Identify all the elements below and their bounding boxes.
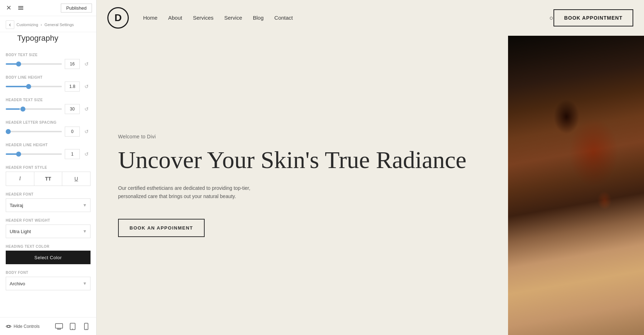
breadcrumb: Customizing › General Settings	[16, 23, 74, 27]
body-line-height-slider[interactable]	[6, 86, 62, 87]
eye-icon	[6, 324, 11, 329]
header-font-weight-select[interactable]: Ultra Light Light Regular Bold	[6, 225, 91, 238]
hero-image-inner	[508, 36, 644, 335]
body-text-size-slider[interactable]	[6, 63, 62, 65]
nav-about[interactable]: About	[168, 15, 182, 21]
nav-contact[interactable]: Contact	[274, 15, 293, 21]
header-text-size-row: HEADER TEXT SIZE 30 ↺	[6, 98, 91, 114]
header-letter-spacing-value: 0	[65, 127, 80, 137]
font-style-buttons: I TT U	[6, 172, 91, 186]
desktop-icon[interactable]	[55, 322, 63, 331]
header-letter-spacing-label: HEADER LETTER SPACING	[6, 120, 91, 124]
header-font-style-row: HEADER FONT STYLE I TT U	[6, 166, 91, 186]
site-logo: D	[107, 7, 129, 29]
italic-button[interactable]: I	[6, 172, 34, 186]
close-icon[interactable]: ✕	[4, 4, 13, 12]
header-font-style-label: HEADER FONT STYLE	[6, 166, 91, 169]
heading-text-color-label: HEADING TEXT COLOR	[6, 245, 91, 248]
header-font-label: HEADER FONT	[6, 192, 91, 196]
header-line-height-slider[interactable]	[6, 153, 62, 155]
sort-icon[interactable]	[16, 4, 26, 12]
header-text-size-value: 30	[65, 104, 80, 114]
hero-title: Uncover Your Skin's True Radiance	[118, 147, 487, 173]
body-font-label: BODY FONT	[6, 271, 91, 275]
hero-image	[508, 36, 644, 335]
header-letter-spacing-slider[interactable]	[6, 131, 62, 132]
hero-cta-button[interactable]: BOOK AN APPOINMENT	[118, 219, 205, 237]
book-appointment-button[interactable]: BOOK APPOINTMENT	[553, 9, 633, 26]
hero-description: Our certified estheticians are dedicated…	[118, 184, 254, 201]
nav-services[interactable]: Services	[193, 15, 214, 21]
header-font-weight-dropdown: Ultra Light Light Regular Bold ▼	[6, 225, 91, 238]
hero-content: Welcome to Divi Uncover Your Skin's True…	[97, 36, 508, 335]
body-line-height-label: BODY LINE HEIGHT	[6, 75, 91, 79]
tablet-icon[interactable]	[68, 322, 77, 331]
svg-point-9	[72, 329, 73, 329]
nav-links: Home About Services Service Blog Contact	[143, 15, 546, 21]
body-line-height-value: 1.8	[65, 82, 80, 92]
header-text-size-slider[interactable]	[6, 108, 62, 110]
page-title: Typography	[17, 34, 91, 43]
header-font-select[interactable]: Taviraj Georgia Times New Roman Playfair…	[6, 198, 91, 212]
header-line-height-reset[interactable]: ↺	[83, 150, 91, 158]
svg-rect-4	[55, 324, 63, 328]
left-panel: ✕ Published ‹ Customizing › General Sett…	[0, 0, 97, 335]
svg-point-11	[86, 329, 87, 329]
header-line-height-label: HEADER LINE HEIGHT	[6, 143, 91, 147]
breadcrumb-area: ‹ Customizing › General Settings	[0, 16, 96, 32]
nav-home[interactable]: Home	[143, 15, 157, 21]
published-button[interactable]: Published	[61, 4, 92, 13]
svg-point-3	[8, 325, 10, 327]
nav-service[interactable]: Service	[224, 15, 242, 21]
back-button[interactable]: ‹	[6, 20, 14, 29]
body-line-height-row: BODY LINE HEIGHT 1.8 ↺	[6, 75, 91, 92]
preview-area: D Home About Services Service Blog Conta…	[97, 0, 644, 335]
header-letter-spacing-reset[interactable]: ↺	[83, 128, 91, 136]
hide-controls-toggle[interactable]: Hide Controls	[6, 324, 40, 329]
top-bar: ✕ Published	[0, 0, 96, 16]
header-letter-spacing-row: HEADER LETTER SPACING 0 ↺	[6, 120, 91, 137]
bottom-bar: Hide Controls	[0, 317, 96, 335]
heading-text-color-row: HEADING TEXT COLOR Select Color	[6, 245, 91, 264]
hero-section: Welcome to Divi Uncover Your Skin's True…	[97, 36, 644, 335]
search-icon[interactable]: ○	[550, 14, 553, 22]
hero-subtitle: Welcome to Divi	[118, 134, 487, 139]
header-text-size-label: HEADER TEXT SIZE	[6, 98, 91, 102]
select-color-button[interactable]: Select Color	[6, 251, 91, 264]
header-line-height-row: HEADER LINE HEIGHT 1 ↺	[6, 143, 91, 159]
header-font-weight-row: HEADER FONT WEIGHT Ultra Light Light Reg…	[6, 218, 91, 238]
body-font-row: BODY FONT Archivo Arial Helvetica Roboto…	[6, 271, 91, 290]
body-text-size-reset[interactable]: ↺	[83, 60, 91, 68]
body-text-size-label: BODY TEXT SIZE	[6, 53, 91, 57]
body-font-select[interactable]: Archivo Arial Helvetica Roboto	[6, 277, 91, 290]
underline-button[interactable]: U	[62, 172, 91, 186]
page-title-area: Typography	[0, 32, 96, 47]
header-font-weight-label: HEADER FONT WEIGHT	[6, 218, 91, 222]
body-text-size-value: 16	[65, 59, 80, 69]
bottom-bar-icons	[55, 322, 91, 331]
mobile-icon[interactable]	[82, 322, 91, 331]
settings-area: BODY TEXT SIZE 16 ↺ BODY LINE HEIGHT 1.8…	[0, 47, 96, 317]
header-font-dropdown: Taviraj Georgia Times New Roman Playfair…	[6, 198, 91, 212]
header-line-height-value: 1	[65, 149, 80, 159]
allcaps-button[interactable]: TT	[34, 172, 62, 186]
nav-blog[interactable]: Blog	[253, 15, 264, 21]
header-font-row: HEADER FONT Taviraj Georgia Times New Ro…	[6, 192, 91, 212]
site-navbar: D Home About Services Service Blog Conta…	[97, 0, 644, 36]
body-line-height-reset[interactable]: ↺	[83, 83, 91, 90]
body-font-dropdown: Archivo Arial Helvetica Roboto ▼	[6, 277, 91, 290]
body-text-size-row: BODY TEXT SIZE 16 ↺	[6, 53, 91, 69]
header-text-size-reset[interactable]: ↺	[83, 105, 91, 113]
